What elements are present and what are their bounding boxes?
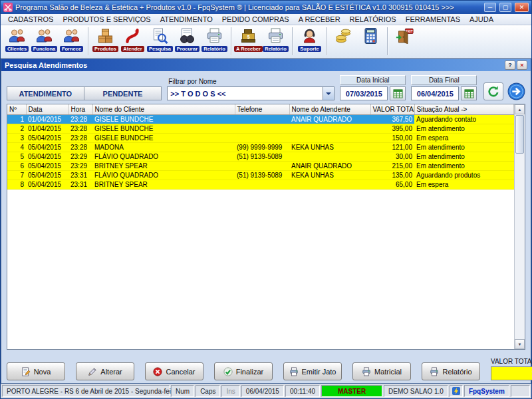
toolbar-fornecedores-label: Fornece	[60, 46, 83, 52]
toolbar-separator	[326, 27, 327, 55]
cell-situacao: Em atendimento	[414, 152, 514, 161]
toolbar-funcionarios-label: Funciona	[31, 46, 57, 52]
column-header-situacao[interactable]: Situação Atual ->	[414, 104, 514, 114]
matricial-button[interactable]: Matricial	[352, 362, 411, 380]
date-end-calendar-button[interactable]	[461, 86, 477, 100]
toolbar-clientes-button[interactable]: Clientes	[3, 26, 31, 52]
minimize-button[interactable]: ─	[484, 3, 496, 12]
dialog-close-button[interactable]: ×	[517, 61, 527, 70]
dialog-help-button[interactable]: ?	[505, 61, 515, 70]
status-license: DEMO SALAO 1.0	[384, 385, 448, 397]
scrollbar-thumb[interactable]	[515, 115, 524, 154]
toolbar-atender-button[interactable]: Atender	[119, 26, 146, 52]
status-ins: Ins	[221, 385, 239, 397]
doc-search-icon	[151, 27, 169, 46]
chevron-down-icon[interactable]	[323, 87, 334, 100]
toolbar-fornecedores-button[interactable]: Fornece	[58, 26, 85, 52]
toolbar-a-receber-button[interactable]: $A Receber	[235, 26, 262, 52]
menu-relatorios[interactable]: RELATÓRIOS	[345, 15, 401, 24]
nova-button[interactable]: Nova	[7, 362, 65, 380]
cell-n: 3	[7, 133, 26, 142]
menu-a-receber[interactable]: A RECEBER	[294, 15, 345, 24]
matricial-label: Matricial	[374, 368, 402, 376]
cell-hora: 23:31	[68, 180, 92, 189]
column-header-cliente[interactable]: Nome do Cliente	[92, 104, 235, 114]
toolbar-suporte-button[interactable]: Suporte	[296, 26, 323, 52]
scroll-up-icon[interactable]: ▲	[515, 104, 525, 114]
people-icon	[8, 27, 26, 46]
date-end-input[interactable]: 06/04/2015	[411, 86, 459, 100]
date-start-input[interactable]: 07/03/2015	[340, 86, 388, 100]
exit-icon: EXIT	[396, 27, 414, 46]
scroll-down-icon[interactable]: ▼	[515, 339, 525, 349]
table-header-row: NºDataHoraNome do ClienteTelefoneNome do…	[7, 104, 514, 114]
relatorio-label: Relatório	[442, 368, 471, 376]
results-grid: NºDataHoraNome do ClienteTelefoneNome do…	[7, 104, 525, 350]
menu-ferramentas[interactable]: FERRAMENTAS	[401, 15, 465, 24]
name-filter-combobox[interactable]: >> T O D O S <<	[167, 86, 334, 100]
cell-atendente	[289, 124, 370, 133]
emitir-jato-button[interactable]: Emitir Jato	[283, 362, 342, 380]
column-header-hora[interactable]: Hora	[68, 104, 92, 114]
alterar-button[interactable]: Alterar	[76, 362, 134, 380]
maximize-button[interactable]: ▢	[499, 3, 511, 12]
table-row[interactable]: 505/04/201523:29FLÁVIO QUADRADO(51) 9139…	[7, 152, 514, 161]
table-row[interactable]: 101/04/201523:28GISELE BUNDCHEANAIR QUAD…	[7, 114, 514, 124]
table-row[interactable]: 305/04/201523:28GISELE BUNDCHE150,00Em e…	[7, 133, 514, 142]
toolbar-produtos-button[interactable]: Produtos	[92, 26, 119, 52]
toolbar-separator	[292, 27, 293, 55]
cell-data: 05/04/2015	[26, 170, 68, 180]
cell-cliente: GISELE BUNDCHE	[92, 133, 235, 142]
cell-hora: 23:28	[68, 124, 92, 133]
tab-pendente[interactable]: PENDENTE	[84, 86, 162, 100]
vertical-scrollbar[interactable]: ▲ ▼	[514, 104, 525, 349]
menu-cadastros[interactable]: CADASTROS	[3, 15, 58, 24]
people-icon	[35, 27, 53, 46]
tab-atendimento[interactable]: ATENDIMENTO	[7, 86, 84, 100]
go-button[interactable]	[507, 82, 525, 100]
column-header-n[interactable]: Nº	[7, 104, 26, 114]
menu-atendimento[interactable]: ATENDIMENTO	[156, 15, 217, 24]
cell-cliente: BRITNEY SPEAR	[92, 180, 235, 189]
cell-data: 01/04/2015	[26, 114, 68, 124]
cell-n: 4	[7, 142, 26, 152]
toolbar-calculadora-button[interactable]	[357, 26, 384, 46]
finalizar-button[interactable]: Finalizar	[214, 362, 273, 380]
table-row[interactable]: 201/04/201523:28GISELE BUNDCHE395,00Em a…	[7, 124, 514, 133]
column-header-atendente[interactable]: Nome do Atendente	[289, 104, 370, 114]
toolbar-moedas-button[interactable]	[330, 26, 357, 46]
menu-ajuda[interactable]: AJUDA	[465, 15, 498, 24]
refresh-button[interactable]	[483, 82, 503, 100]
boxes-icon	[96, 27, 114, 46]
table-row[interactable]: 705/04/201523:31FLÁVIO QUADRADO(51) 9139…	[7, 170, 514, 180]
table-row[interactable]: 605/04/201523:29BRITNEY SPEARANAIR QUADR…	[7, 161, 514, 170]
dialog-title: Pesquisa Atendimentos	[5, 61, 503, 69]
menu-pedido-compras[interactable]: PEDIDO COMPRAS	[217, 15, 294, 24]
toolbar-sair-button[interactable]: EXIT	[391, 26, 418, 46]
toolbar-funcionarios-button[interactable]: Funciona	[31, 26, 58, 52]
relatorio-button[interactable]: Relatório	[422, 362, 480, 380]
toolbar-pesquisa-button[interactable]: Pesquisa	[146, 26, 174, 52]
toolbar-procurar-button[interactable]: Procurar	[174, 26, 201, 52]
toolbar-produtos-label: Produtos	[92, 46, 118, 52]
footer-actions: NovaAlterarCancelarFinalizarEmitir JatoM…	[7, 350, 525, 380]
cell-telefone	[235, 124, 289, 133]
column-header-telefone[interactable]: Telefone	[235, 104, 289, 114]
toolbar-relatorio-atendimento-button[interactable]: Relatório	[201, 26, 228, 52]
filter-label: Filtrar por Nome	[167, 78, 334, 85]
table-row[interactable]: 805/04/201523:31BRITNEY SPEAR65,00Em esp…	[7, 180, 514, 189]
cell-situacao: Em espera	[414, 180, 514, 189]
date-start-calendar-button[interactable]	[390, 86, 406, 100]
toolbar-relatorio-receber-button[interactable]: Relatório	[262, 26, 289, 52]
close-button[interactable]: ✕	[515, 3, 529, 12]
column-header-data[interactable]: Data	[26, 104, 68, 114]
cell-situacao: Em atendimento	[414, 142, 514, 152]
cancelar-button[interactable]: Cancelar	[145, 362, 203, 380]
menu-produtos-e-servicos[interactable]: PRODUTOS E SERVIÇOS	[58, 15, 155, 24]
cell-situacao: Em atendimento	[414, 124, 514, 133]
column-header-valor[interactable]: VALOR TOTAL	[370, 104, 414, 114]
status-time: 00:11:40	[285, 385, 320, 397]
table-row[interactable]: 405/04/201523:28MADONA(99) 9999-9999KEKA…	[7, 142, 514, 152]
cell-telefone: (99) 9999-9999	[235, 142, 289, 152]
cell-data: 05/04/2015	[26, 152, 68, 161]
